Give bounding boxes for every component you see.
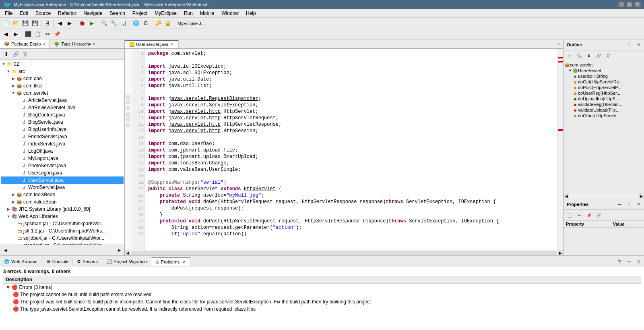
menu-myeclipse[interactable]: MyEclipse <box>151 10 180 17</box>
editor-tab-userservlet[interactable]: UserServlet.java ✕ <box>125 40 179 48</box>
expand-jre[interactable]: ▶ <box>6 207 11 211</box>
tree-item-standard[interactable]: 🗃 standard.jar - C:\Users\thinkpad\Wor..… <box>1 242 124 245</box>
expand-comtoolsbean[interactable]: ▶ <box>10 193 16 197</box>
outline-item-validateupload[interactable]: ■ validateUpload(File... <box>564 107 643 113</box>
outline-link[interactable]: 🔗 <box>594 51 603 60</box>
tree-item-photoservlet[interactable]: J PhotoServlet.java <box>1 162 124 169</box>
menu-edit[interactable]: Edit <box>17 10 31 17</box>
tb-btn8[interactable]: 🌐 <box>132 19 140 28</box>
bottom-tab-console[interactable]: 🖥 Console <box>42 258 73 265</box>
menu-mobile[interactable]: Mobile <box>197 10 217 17</box>
tree-item-indexservlet[interactable]: J IndexServlet.java <box>1 140 124 147</box>
menu-project[interactable]: Project <box>129 10 151 17</box>
run-button[interactable]: ▶ <box>87 19 96 28</box>
tree-item-comservlet[interactable]: ▼ 📦 com.servlet <box>1 89 124 97</box>
package-explorer-close[interactable]: ✕ <box>42 42 45 46</box>
tab-type-hierarchy[interactable]: 🌳 Type Hierarchy ✕ <box>50 39 100 48</box>
type-hierarchy-close[interactable]: ✕ <box>93 42 96 46</box>
tree-item-articleservlet[interactable]: J ArticleServlet.java <box>1 97 124 104</box>
prop-btn3[interactable]: 📌 <box>584 211 593 220</box>
tree-item-comtoolsbean[interactable]: ▶ 📦 com.toolsBean <box>1 191 124 198</box>
window-controls[interactable]: − □ ✕ <box>618 2 641 7</box>
prop-btn1[interactable]: 📋 <box>565 211 574 220</box>
tree-item-mylogon[interactable]: J MyLogon.java <box>1 155 124 162</box>
code-text[interactable]: package com.servlet; import java.io.IOEx… <box>145 49 557 250</box>
scroll-right-button[interactable]: ▶ <box>115 246 124 255</box>
bottom-tab-projectmigration[interactable]: 🔄 Project Migration <box>102 258 151 266</box>
tree-item-jstl[interactable]: 🗃 jstl-1.2.jar - C:\Users\thinkpad\Works… <box>1 227 124 235</box>
outline-menu[interactable]: ▽ <box>604 51 613 60</box>
editor-scrollbar[interactable] <box>557 49 563 250</box>
editor-minimize[interactable]: — <box>545 39 554 48</box>
outline-collapse[interactable]: ⬇ <box>584 51 593 60</box>
left-panel-maximize[interactable]: □ <box>116 39 124 48</box>
tree-item-bloguserinfo[interactable]: J BlogUserInfo.java <box>1 126 124 133</box>
tree-item-logoff[interactable]: J LogOff.java <box>1 147 124 155</box>
tb2-btn4[interactable]: 📋 <box>33 30 42 39</box>
tree-item-friendservlet[interactable]: J FriendServlet.java <box>1 133 124 140</box>
outline-expand-userservlet[interactable]: ▼ <box>568 68 572 73</box>
expand-comvaluebean[interactable]: ▶ <box>10 200 16 204</box>
print-button[interactable]: 🖨 <box>43 19 52 28</box>
prop-btn4[interactable]: 🔗 <box>594 211 603 220</box>
minimize-button[interactable]: − <box>618 2 625 7</box>
tb-btn7[interactable]: 📊 <box>119 19 128 28</box>
tree-item-02[interactable]: ▼ 📁 02 <box>1 60 124 68</box>
menu-refactor[interactable]: Refactor <box>55 10 79 17</box>
outline-hscrollbar[interactable]: ◀ ▶ <box>564 193 644 199</box>
outline-maximize[interactable]: □ <box>625 40 634 49</box>
tb-btn5[interactable]: 🔍 <box>100 19 109 28</box>
outline-scroll-left[interactable]: ◀ <box>564 193 569 199</box>
menu-help[interactable]: Help <box>243 10 259 17</box>
tb2-btn5[interactable]: ✂ <box>43 30 52 39</box>
prop-maximize[interactable]: □ <box>625 200 634 209</box>
next-edit-button[interactable]: ▶ <box>65 19 74 28</box>
close-button[interactable]: ✕ <box>634 2 641 7</box>
menu-file[interactable]: File <box>2 10 16 17</box>
problems-close[interactable]: ✕ <box>183 260 186 264</box>
tab-package-explorer[interactable]: 📦 Package Explo ✕ <box>0 39 50 48</box>
tree-item-comfilter[interactable]: ▶ 📦 com.filter <box>1 82 124 89</box>
expand-src[interactable]: ▼ <box>6 69 11 73</box>
prev-edit-button[interactable]: ◀ <box>56 19 64 28</box>
tree-item-userlogon[interactable]: J UserLogon.java <box>1 169 124 176</box>
view-menu-button[interactable]: ▽ <box>21 50 30 58</box>
tb2-btn2[interactable]: ▶ <box>11 30 20 39</box>
tb-btn6[interactable]: 🔧 <box>109 19 118 28</box>
outline-minimize[interactable]: — <box>615 40 624 49</box>
errors-expand[interactable]: ▼ <box>6 284 10 290</box>
tree-item-webapplib[interactable]: ▼ 📚 Web App Libraries <box>1 213 124 220</box>
tree-item-sqljdbc4[interactable]: 🗃 sqljdbc4.jar - C:\Users\thinkpad\Wor..… <box>1 235 124 242</box>
outline-item-douserreq[interactable]: ◆ doUserReg(HttpSer... <box>564 90 643 96</box>
tree-item-artreviewservlet[interactable]: J ArtReviewServlet.java <box>1 104 124 111</box>
debug-button[interactable]: 🐞 <box>78 19 87 28</box>
menu-search[interactable]: Search <box>107 10 128 17</box>
expand-comdao[interactable]: ▶ <box>10 77 16 81</box>
outline-scroll-right[interactable]: ▶ <box>638 193 644 199</box>
bottom-tab-servers[interactable]: ⚙ Servers <box>73 258 102 266</box>
outline-item-doother[interactable]: ◆ doOther(HttpServle... <box>564 113 643 118</box>
expand-02[interactable]: ▼ <box>1 62 6 66</box>
tree-item-comvaluebean[interactable]: ▶ 📦 com.valueBean <box>1 198 124 205</box>
tb2-btn6[interactable]: 📌 <box>53 30 62 39</box>
tb-btn11[interactable]: 🔒 <box>163 19 172 28</box>
editor-maximize[interactable]: □ <box>554 39 563 48</box>
menu-source[interactable]: Source <box>32 10 54 17</box>
scroll-left[interactable]: ◀ <box>125 250 130 256</box>
tree-item-blogservlet[interactable]: J BlogServlet.java <box>1 118 124 126</box>
tree-item-jspsmart[interactable]: 🗃 jspsmart.jar - C:\Users\thinkpad\Wor..… <box>1 220 124 227</box>
outline-item-userico[interactable]: ◆ userIco : String <box>564 73 643 79</box>
outline-item-userservlet[interactable]: ▼ 🟢 UserServlet <box>564 68 643 73</box>
bottom-tab-webbrowser[interactable]: 🌐 Web Browser <box>0 258 42 266</box>
outline-item-dopost[interactable]: ◆ doPost(HttpServletP... <box>564 85 643 90</box>
tree-item-blogcontent[interactable]: J BlogContent.java <box>1 111 124 118</box>
save-all-button[interactable]: 💾 <box>31 19 39 28</box>
tree-item-wordservlet[interactable]: J WordServlet.java <box>1 184 124 191</box>
outline-sort[interactable]: ↕ <box>565 51 574 60</box>
outline-filter[interactable]: 🔍 <box>575 51 584 60</box>
prop-close[interactable]: ✕ <box>634 200 643 209</box>
tree-item-jre[interactable]: ▶ 📚 JRE System Library [jdk1.8.0_60] <box>1 205 124 213</box>
open-button[interactable]: 📂 <box>11 19 20 28</box>
editor-hscrollbar[interactable]: ◀ ▶ <box>125 250 563 255</box>
bottom-maximize[interactable]: □ <box>634 257 643 266</box>
